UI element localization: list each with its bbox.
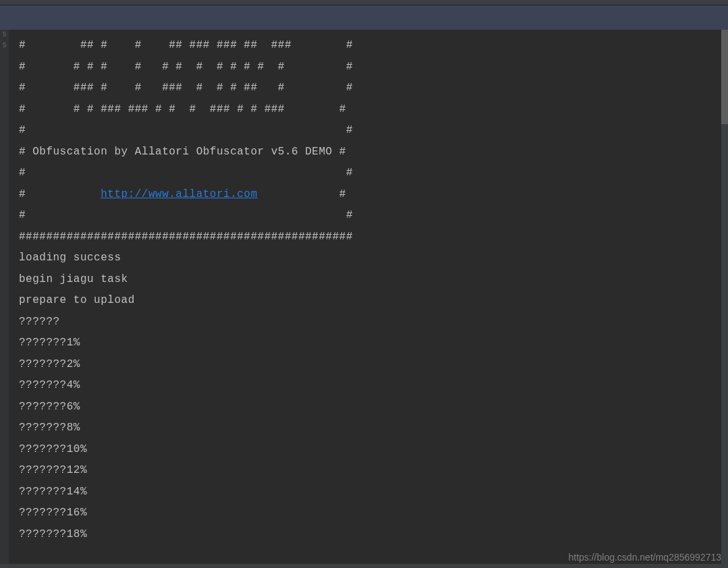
vertical-scrollbar[interactable]	[721, 30, 728, 568]
gutter-char: s	[0, 30, 9, 40]
left-gutter: s s	[0, 30, 9, 568]
console-line: ???????6%	[19, 397, 721, 418]
console-line: ??????	[19, 312, 721, 333]
gutter-char: s	[0, 40, 9, 51]
console-line: # # # ### ### # # # ### # # ### #	[19, 99, 721, 121]
watermark: https://blog.csdn.net/mq2856992713	[568, 552, 721, 563]
console-line: ???????2%	[19, 354, 721, 376]
console-line: # Obfuscation by Allatori Obfuscator v5.…	[19, 142, 721, 163]
console-line: prepare to upload	[19, 290, 721, 312]
console-line: ???????16%	[19, 503, 721, 524]
console-output[interactable]: # ## # # ## ### ### ## ### ## # # # # # …	[9, 30, 721, 568]
console-line: # # # # # # # # # # # # # #	[19, 57, 721, 78]
bottom-bar	[0, 564, 728, 568]
console-line: ???????14%	[19, 482, 721, 503]
header-bar	[0, 5, 728, 30]
console-line: begin jiagu task	[19, 269, 721, 291]
console-line: ???????18%	[19, 524, 721, 546]
console-line: ???????4%	[19, 375, 721, 397]
console-line: # ## # # ## ### ### ## ### #	[19, 35, 721, 57]
console-line: # #	[19, 163, 721, 184]
scroll-thumb[interactable]	[721, 30, 728, 124]
console-line: ???????8%	[19, 418, 721, 439]
link-prefix: #	[19, 188, 101, 200]
console-line: ???????12%	[19, 460, 721, 482]
console-link-line: # http://www.allatori.com #	[19, 184, 721, 206]
console-line: ???????10%	[19, 439, 721, 461]
console-line: loading success	[19, 248, 721, 269]
link-suffix: #	[258, 188, 346, 200]
console-line: # ### # # ### # # # ## # #	[19, 78, 721, 99]
allatori-link[interactable]: http://www.allatori.com	[101, 188, 257, 200]
main-container: s s # ## # # ## ### ### ## ### ## # # # …	[0, 30, 728, 568]
console-line: ########################################…	[19, 227, 721, 248]
top-bar	[0, 0, 728, 5]
console-line: ???????1%	[19, 333, 721, 354]
console-line: # #	[19, 205, 721, 227]
console-line: # #	[19, 120, 721, 142]
